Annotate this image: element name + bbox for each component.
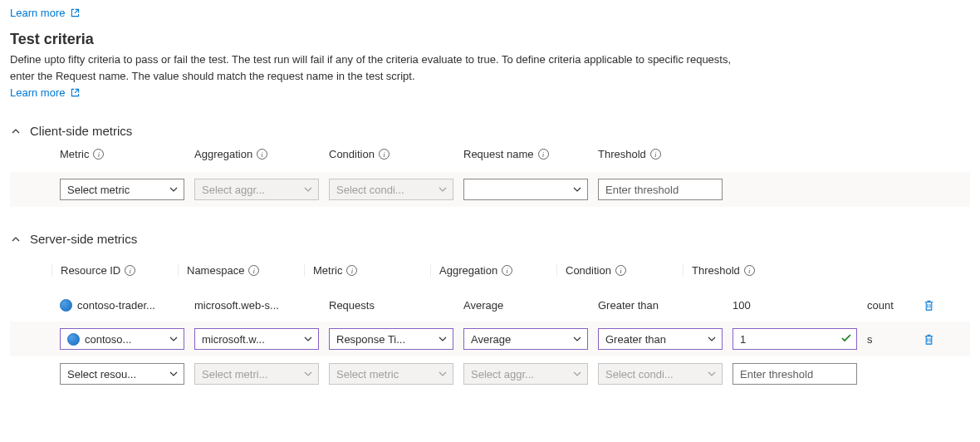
info-icon[interactable]: i — [93, 149, 104, 160]
select-value: Response Ti... — [336, 333, 405, 346]
aggregation-select[interactable]: Average — [463, 328, 588, 350]
aggregation-select[interactable]: Select aggr... — [194, 179, 319, 200]
chevron-down-icon — [303, 334, 313, 344]
condition-select[interactable]: Select condi... — [329, 179, 453, 200]
info-icon[interactable]: i — [346, 265, 357, 276]
metric-value: Requests — [329, 299, 375, 312]
info-icon[interactable]: i — [257, 149, 267, 160]
select-placeholder: Select resou... — [67, 368, 136, 381]
condition-value: Greater than — [598, 299, 659, 312]
chevron-up-icon — [10, 233, 22, 245]
unit-value: s — [867, 333, 873, 346]
external-link-icon — [71, 8, 80, 17]
metric-select[interactable]: Response Ti... — [329, 328, 453, 350]
threshold-input[interactable] — [598, 179, 723, 200]
chevron-down-icon — [572, 369, 582, 379]
external-link-icon — [71, 88, 80, 97]
chevron-down-icon — [572, 334, 582, 344]
chevron-down-icon — [438, 184, 448, 194]
select-placeholder: Select metri... — [202, 368, 267, 381]
col-header-namespace: Namespacei — [187, 264, 259, 277]
threshold-input[interactable] — [733, 363, 857, 385]
threshold-value: 100 — [733, 299, 751, 312]
description-text: Define upto fifty criteria to pass or fa… — [10, 52, 741, 85]
col-header-resource-id: Resource IDi — [61, 264, 135, 277]
namespace-select[interactable]: microsoft.w... — [194, 328, 319, 350]
chevron-down-icon — [438, 334, 448, 344]
resource-icon — [60, 299, 72, 312]
namespace-select[interactable]: Select metri... — [194, 363, 319, 385]
chevron-down-icon — [169, 334, 179, 344]
chevron-down-icon — [707, 369, 717, 379]
client-metrics-toggle[interactable]: Client-side metrics — [10, 124, 970, 138]
col-header-aggregation: Aggregationi — [194, 148, 267, 160]
resource-select[interactable]: contoso... — [60, 328, 184, 350]
resource-select[interactable]: Select resou... — [60, 363, 184, 385]
col-header-condition: Conditioni — [566, 264, 626, 277]
chevron-down-icon — [707, 334, 717, 344]
col-header-request-name: Request namei — [463, 148, 549, 160]
page-title: Test criteria — [10, 31, 970, 48]
section-title: Client-side metrics — [30, 124, 132, 138]
select-placeholder: Select aggr... — [471, 368, 534, 381]
info-icon[interactable]: i — [502, 265, 512, 276]
info-icon[interactable]: i — [125, 265, 135, 276]
info-icon[interactable]: i — [650, 149, 661, 160]
select-value: Average — [471, 333, 511, 346]
select-value: Select metric — [67, 184, 130, 196]
chevron-down-icon — [303, 369, 313, 379]
unit-value: count — [867, 299, 894, 312]
learn-more-label: Learn more — [10, 86, 65, 99]
chevron-down-icon — [169, 369, 179, 379]
table-row: contoso... microsoft.w... Response Ti...… — [10, 322, 970, 356]
resource-id-value: contoso-trader... — [77, 299, 155, 312]
select-value: Greater than — [605, 333, 666, 346]
chevron-down-icon — [438, 369, 448, 379]
resource-icon — [67, 333, 80, 346]
table-row: Select resou... Select metri... Select m… — [10, 363, 970, 385]
info-icon[interactable]: i — [379, 149, 390, 160]
server-metrics-toggle[interactable]: Server-side metrics — [10, 232, 970, 246]
col-header-threshold: Thresholdi — [598, 148, 661, 160]
delete-button[interactable] — [923, 333, 935, 346]
col-header-threshold: Thresholdi — [692, 264, 755, 277]
condition-select[interactable]: Select condi... — [598, 363, 723, 385]
request-name-select[interactable] — [463, 179, 588, 200]
learn-more-label: Learn more — [10, 7, 65, 19]
section-title: Server-side metrics — [30, 232, 137, 246]
aggregation-select[interactable]: Select aggr... — [463, 363, 588, 385]
aggregation-value: Average — [463, 299, 503, 312]
delete-button[interactable] — [923, 299, 935, 312]
chevron-down-icon — [303, 184, 313, 194]
threshold-input[interactable] — [733, 328, 857, 350]
chevron-down-icon — [572, 184, 582, 194]
metric-select[interactable]: Select metric — [60, 179, 184, 200]
col-header-condition: Conditioni — [329, 148, 390, 160]
learn-more-link-desc[interactable]: Learn more — [10, 86, 80, 99]
metric-select[interactable]: Select metric — [329, 363, 453, 385]
chevron-down-icon — [169, 184, 179, 194]
info-icon[interactable]: i — [615, 265, 626, 276]
chevron-up-icon — [10, 125, 22, 137]
col-header-metric: Metrici — [313, 264, 357, 277]
info-icon[interactable]: i — [538, 149, 549, 160]
col-header-metric: Metrici — [60, 148, 104, 160]
select-placeholder: Select condi... — [336, 184, 404, 196]
select-placeholder: Select metric — [336, 368, 399, 381]
select-value: microsoft.w... — [202, 333, 265, 346]
namespace-value: microsoft.web-s... — [194, 299, 279, 312]
condition-select[interactable]: Greater than — [598, 328, 723, 350]
table-row: contoso-trader... microsoft.web-s... Req… — [10, 288, 970, 322]
col-header-aggregation: Aggregationi — [439, 264, 512, 277]
learn-more-link-top[interactable]: Learn more — [10, 7, 80, 19]
select-value: contoso... — [85, 333, 131, 346]
info-icon[interactable]: i — [248, 265, 259, 276]
select-placeholder: Select condi... — [605, 368, 674, 381]
info-icon[interactable]: i — [744, 265, 755, 276]
select-placeholder: Select aggr... — [202, 184, 265, 196]
